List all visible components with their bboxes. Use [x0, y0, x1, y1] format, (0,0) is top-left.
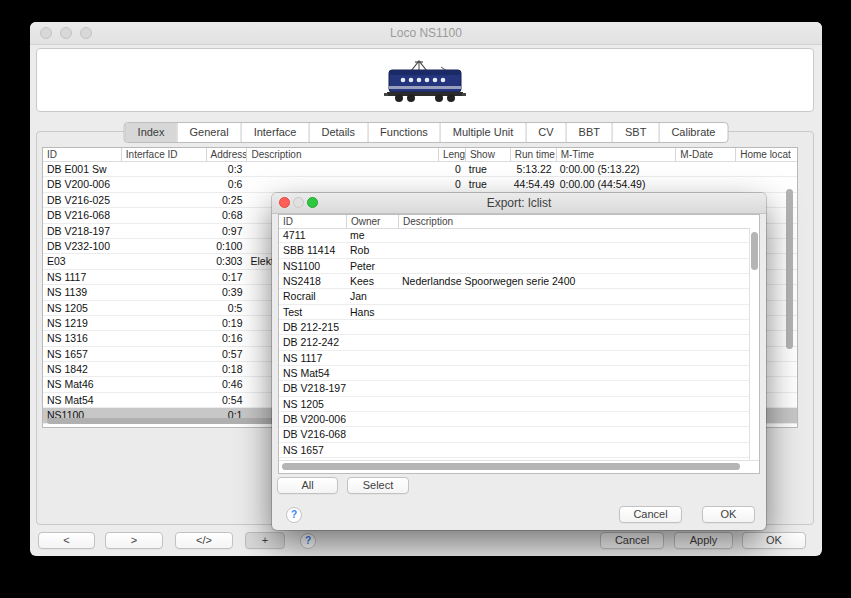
tab[interactable]: Multiple Unit — [440, 123, 526, 142]
ok-button[interactable]: OK — [742, 532, 806, 549]
col-length[interactable]: Length — [438, 148, 465, 161]
dialog-title: Export: lclist — [272, 193, 766, 213]
col-interface-id[interactable]: Interface ID — [121, 148, 206, 161]
col-description[interactable]: Description — [246, 148, 437, 161]
list-item[interactable]: Test Hans — [279, 305, 759, 320]
window-titlebar[interactable]: Loco NS1100 — [30, 22, 822, 45]
select-button[interactable]: Select — [347, 477, 409, 494]
col-home-location[interactable]: Home locat — [735, 148, 797, 161]
tab[interactable]: Interface — [241, 123, 309, 142]
col-m-date[interactable]: M-Date — [675, 148, 735, 161]
list-item[interactable]: NS 1657 — [279, 443, 759, 458]
list-item[interactable]: SBB 11414 Rob — [279, 243, 759, 258]
tab-bar: IndexGeneralInterfaceDetailsFunctionsMul… — [124, 122, 729, 143]
prev-button[interactable]: < — [38, 532, 95, 549]
list-item[interactable]: 4711 me — [279, 228, 759, 243]
dialog-help-button[interactable]: ? — [286, 507, 302, 523]
table-row[interactable]: DB E001 Sw 0:3 0 true 5:13.22 0:00.00 (5… — [43, 162, 797, 177]
xml-button[interactable]: </> — [175, 532, 233, 549]
col-owner[interactable]: Owner — [346, 215, 398, 228]
list-item[interactable]: NS 1205 — [279, 397, 759, 412]
dialog-vertical-scrollbar[interactable] — [749, 228, 759, 461]
dialog-vertical-scroll-thumb[interactable] — [751, 232, 758, 270]
help-button[interactable]: ? — [300, 533, 316, 549]
tab[interactable]: Index — [125, 123, 177, 142]
tab[interactable]: Details — [308, 123, 367, 142]
locomotive-image-panel — [36, 48, 814, 112]
all-button[interactable]: All — [277, 477, 338, 494]
tab[interactable]: CV — [525, 123, 565, 142]
col-address[interactable]: Address — [206, 148, 247, 161]
tab[interactable]: BBT — [566, 123, 612, 142]
list-item[interactable]: NS1100 Peter — [279, 259, 759, 274]
tab[interactable]: SBT — [612, 123, 658, 142]
list-item[interactable]: DB 212-215 — [279, 320, 759, 335]
tab[interactable]: Functions — [367, 123, 440, 142]
list-item[interactable]: DB V200-006 — [279, 412, 759, 427]
tab[interactable]: Calibrate — [658, 123, 727, 142]
dialog-horizontal-scroll-thumb[interactable] — [282, 463, 740, 470]
table-row[interactable]: DB V200-006 0:6 0 true 44:54.49 0:00.00 … — [43, 177, 797, 192]
locomotive-image — [381, 54, 469, 106]
add-button[interactable]: + — [245, 532, 285, 549]
window-title: Loco NS1100 — [30, 22, 822, 44]
col-m-time[interactable]: M-Time — [556, 148, 676, 161]
col-show[interactable]: Show — [465, 148, 510, 161]
next-button[interactable]: > — [105, 532, 163, 549]
export-dialog: Export: lclist ID Owner Description 4711… — [272, 193, 766, 530]
table-vertical-scrollbar[interactable] — [786, 189, 793, 349]
apply-button[interactable]: Apply — [674, 532, 733, 549]
list-item[interactable]: DB 212-242 — [279, 335, 759, 350]
list-item[interactable]: NS2418 Kees Nederlandse Spoorwegen serie… — [279, 274, 759, 289]
dialog-titlebar[interactable]: Export: lclist — [272, 193, 766, 214]
loco-table-header: ID Interface ID Address Description Leng… — [43, 148, 797, 162]
list-item[interactable]: NS Mat54 — [279, 366, 759, 381]
cancel-button[interactable]: Cancel — [600, 532, 664, 549]
col-id[interactable]: ID — [43, 148, 121, 161]
tab[interactable]: General — [176, 123, 240, 142]
list-item[interactable]: Rocrail Jan — [279, 289, 759, 304]
list-item[interactable]: DB V218-197 — [279, 381, 759, 396]
dialog-ok-button[interactable]: OK — [702, 506, 755, 523]
export-list-header: ID Owner Description — [279, 215, 759, 229]
dialog-horizontal-scrollbar[interactable] — [279, 460, 759, 473]
export-list: ID Owner Description 4711 me SBB 11414 R… — [278, 214, 760, 474]
list-item[interactable]: DB V216-068 — [279, 427, 759, 442]
col-description[interactable]: Description — [398, 215, 748, 228]
list-item[interactable]: NS 1117 — [279, 351, 759, 366]
dialog-cancel-button[interactable]: Cancel — [619, 506, 682, 523]
col-run-time[interactable]: Run time — [510, 148, 556, 161]
col-id[interactable]: ID — [279, 215, 346, 228]
export-list-body: 4711 me SBB 11414 Rob NS1100 Peter — [279, 228, 759, 463]
